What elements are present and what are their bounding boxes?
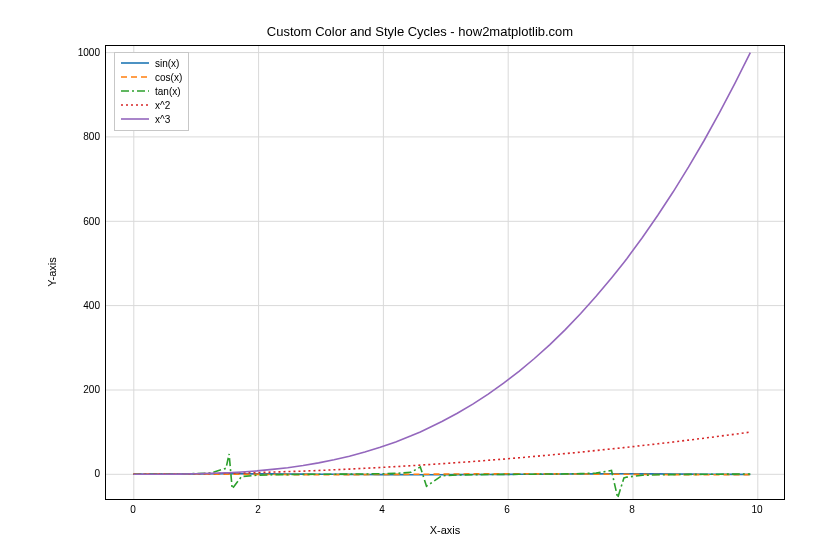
y-tick-label: 200	[83, 384, 100, 395]
legend-item: x^2	[121, 98, 182, 112]
plot-svg	[106, 46, 784, 499]
legend-label: sin(x)	[155, 58, 179, 69]
x-tick-label: 4	[379, 504, 385, 515]
legend-line-icon	[121, 70, 149, 84]
y-tick-label: 800	[83, 131, 100, 142]
series-line-4	[134, 53, 751, 475]
legend: sin(x) cos(x) tan(x) x^2 x^3	[114, 52, 189, 131]
series-line-2	[134, 454, 751, 498]
x-tick-label: 10	[751, 504, 762, 515]
legend-line-icon	[121, 98, 149, 112]
legend-item: cos(x)	[121, 70, 182, 84]
legend-item: tan(x)	[121, 84, 182, 98]
x-tick-label: 0	[130, 504, 136, 515]
legend-label: cos(x)	[155, 72, 182, 83]
x-tick-label: 8	[629, 504, 635, 515]
y-tick-label: 1000	[78, 47, 100, 58]
legend-item: sin(x)	[121, 56, 182, 70]
legend-line-icon	[121, 84, 149, 98]
legend-label: x^2	[155, 100, 170, 111]
legend-label: tan(x)	[155, 86, 181, 97]
series-line-3	[134, 432, 751, 474]
x-tick-label: 2	[255, 504, 261, 515]
legend-line-icon	[121, 112, 149, 126]
x-axis-label: X-axis	[430, 524, 461, 536]
grid	[106, 46, 784, 499]
x-tick-label: 6	[504, 504, 510, 515]
legend-item: x^3	[121, 112, 182, 126]
y-tick-label: 400	[83, 300, 100, 311]
chart-title: Custom Color and Style Cycles - how2matp…	[0, 24, 840, 39]
y-axis-label: Y-axis	[46, 257, 58, 287]
legend-line-icon	[121, 56, 149, 70]
y-tick-label: 600	[83, 216, 100, 227]
y-tick-label: 0	[94, 468, 100, 479]
legend-label: x^3	[155, 114, 170, 125]
plot-area	[105, 45, 785, 500]
